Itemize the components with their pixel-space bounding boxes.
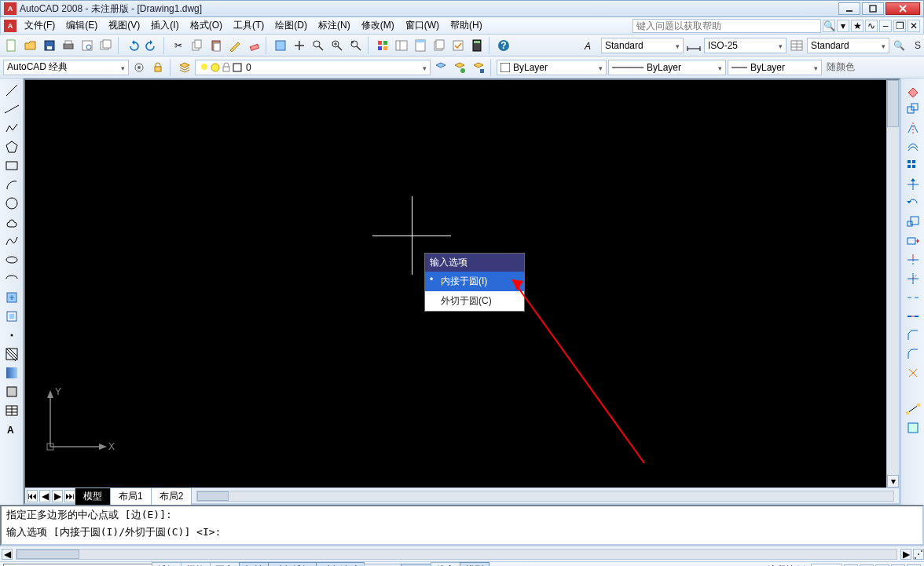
- mdi-minimize-button[interactable]: –: [879, 20, 892, 32]
- trim-icon[interactable]: [904, 251, 922, 268]
- layer-manager-icon[interactable]: [176, 59, 193, 76]
- fillet-icon[interactable]: [904, 345, 922, 363]
- pan-icon[interactable]: [291, 37, 308, 54]
- menu-help[interactable]: 帮助(H): [446, 17, 487, 34]
- copy-icon[interactable]: [189, 37, 206, 54]
- calculator-icon[interactable]: [468, 37, 486, 54]
- menu-window[interactable]: 窗口(W): [401, 17, 444, 34]
- menu-file[interactable]: 文件(F): [20, 17, 60, 34]
- insert-block-icon[interactable]: [2, 289, 21, 306]
- revcloud-icon[interactable]: [2, 214, 21, 231]
- text-style-dropdown[interactable]: Standard: [601, 38, 684, 53]
- help-search-icon[interactable]: 🔍: [823, 20, 835, 32]
- table-icon[interactable]: [2, 402, 21, 419]
- new-icon[interactable]: [3, 37, 20, 54]
- table-style-dropdown[interactable]: Standard: [807, 38, 889, 53]
- help-star-icon[interactable]: ★: [851, 20, 864, 32]
- text-style-icon[interactable]: A: [582, 37, 600, 54]
- save-icon[interactable]: [41, 37, 58, 54]
- layer-states-icon[interactable]: [451, 59, 468, 76]
- redo-icon[interactable]: [143, 37, 160, 54]
- print-icon[interactable]: [60, 37, 77, 54]
- style-manager-icon[interactable]: 🔍: [891, 37, 908, 54]
- tab-next-icon[interactable]: ▶: [52, 490, 63, 502]
- properties-icon[interactable]: [374, 37, 391, 54]
- option-circumscribed[interactable]: 外切于圆(C): [425, 291, 524, 311]
- lineweight-dropdown[interactable]: ByLayer: [728, 60, 822, 75]
- undo-icon[interactable]: [124, 37, 141, 54]
- vscroll-thumb[interactable]: [887, 80, 899, 127]
- zoom-window-icon[interactable]: [328, 37, 346, 54]
- hscroll-thumb[interactable]: [197, 491, 229, 501]
- menu-tools[interactable]: 工具(T): [229, 17, 269, 34]
- mdi-restore-button[interactable]: ❐: [893, 20, 906, 32]
- ellipse-icon[interactable]: [2, 251, 21, 268]
- option-inscribed[interactable]: 内接于圆(I): [425, 272, 524, 291]
- area-icon[interactable]: [904, 419, 922, 436]
- close-button[interactable]: [886, 2, 920, 15]
- menu-insert[interactable]: 插入(I): [146, 17, 183, 34]
- menu-edit[interactable]: 编辑(E): [61, 17, 102, 34]
- open-icon[interactable]: [22, 37, 39, 54]
- scroll-down-icon[interactable]: ▾: [887, 475, 899, 487]
- tool-palettes-icon[interactable]: [412, 37, 429, 54]
- erase-icon[interactable]: [904, 82, 922, 99]
- coordinates-readout[interactable]: 1910.6003, 1208.8235, 0.0000: [3, 564, 152, 567]
- drawing-canvas[interactable]: 输入选项 内接于圆(I) 外切于圆(C) Y X ▴ ▾ ⏮: [24, 79, 900, 505]
- markup-icon[interactable]: [449, 37, 467, 54]
- circle-icon[interactable]: [2, 195, 21, 212]
- maximize-button[interactable]: [862, 2, 884, 15]
- menu-format[interactable]: 格式(O): [185, 17, 227, 34]
- break-icon[interactable]: [904, 289, 922, 306]
- toolbar-lock-icon[interactable]: [149, 59, 167, 76]
- help-nav-icon[interactable]: ∿: [865, 20, 878, 32]
- mdi-close-button[interactable]: ✕: [908, 20, 920, 32]
- paste-icon[interactable]: [207, 37, 225, 54]
- line-icon[interactable]: [2, 82, 21, 99]
- gradient-icon[interactable]: [2, 364, 21, 382]
- minimize-button[interactable]: [838, 2, 860, 15]
- dim-style-icon[interactable]: [685, 37, 702, 54]
- tab-layout1[interactable]: 布局1: [110, 487, 152, 505]
- tab-first-icon[interactable]: ⏮: [27, 490, 38, 502]
- help-icon[interactable]: ?: [495, 37, 512, 54]
- vertical-scrollbar[interactable]: ▴ ▾: [886, 80, 899, 487]
- publish-icon[interactable]: [97, 37, 115, 54]
- layer-prev-icon[interactable]: [432, 59, 449, 76]
- menu-view[interactable]: 视图(V): [104, 17, 145, 34]
- tab-model[interactable]: 模型: [75, 487, 111, 505]
- array-icon[interactable]: [904, 157, 922, 174]
- menu-modify[interactable]: 修改(M): [357, 17, 399, 34]
- scale-icon[interactable]: [904, 214, 922, 231]
- layer-state-dropdown[interactable]: 0: [195, 60, 431, 75]
- region-icon[interactable]: [2, 383, 21, 400]
- xline-icon[interactable]: [2, 100, 21, 118]
- explode-icon[interactable]: [904, 364, 922, 382]
- rectangle-icon[interactable]: [2, 157, 21, 174]
- toggle-osnap[interactable]: 对象捕捉: [268, 562, 317, 566]
- eraser-icon[interactable]: [245, 37, 262, 54]
- toggle-grid[interactable]: 栅格: [181, 562, 211, 566]
- toggle-ducs[interactable]: DUCS: [364, 564, 402, 567]
- help-dropdown-icon[interactable]: ▾: [837, 20, 849, 32]
- toggle-lwt[interactable]: 线宽: [431, 562, 460, 566]
- tab-prev-icon[interactable]: ◀: [39, 490, 50, 502]
- design-center-icon[interactable]: [393, 37, 410, 54]
- cut-icon[interactable]: ✂: [170, 37, 187, 54]
- make-block-icon[interactable]: [2, 308, 21, 325]
- block-editor-icon[interactable]: [272, 37, 289, 54]
- toggle-otrack[interactable]: 对象追踪: [316, 562, 365, 566]
- layer-iso-icon[interactable]: [470, 59, 487, 76]
- distance-icon[interactable]: [904, 400, 922, 418]
- extend-icon[interactable]: [904, 270, 922, 287]
- plot-preview-icon[interactable]: [79, 37, 96, 54]
- mtext-icon[interactable]: A: [2, 421, 21, 438]
- move-icon[interactable]: [904, 176, 922, 193]
- hatch-icon[interactable]: [2, 345, 21, 363]
- ellipse-arc-icon[interactable]: [2, 270, 21, 287]
- table-style-icon[interactable]: [788, 37, 805, 54]
- help-search-input[interactable]: [632, 19, 821, 33]
- cmd-scroll-right-icon[interactable]: ▶: [900, 549, 911, 560]
- cmd-hscroll-thumb[interactable]: [16, 550, 79, 559]
- command-window[interactable]: 指定正多边形的中心点或 [边(E)]: 输入选项 [内接于圆(I)/外切于圆(C…: [0, 505, 924, 546]
